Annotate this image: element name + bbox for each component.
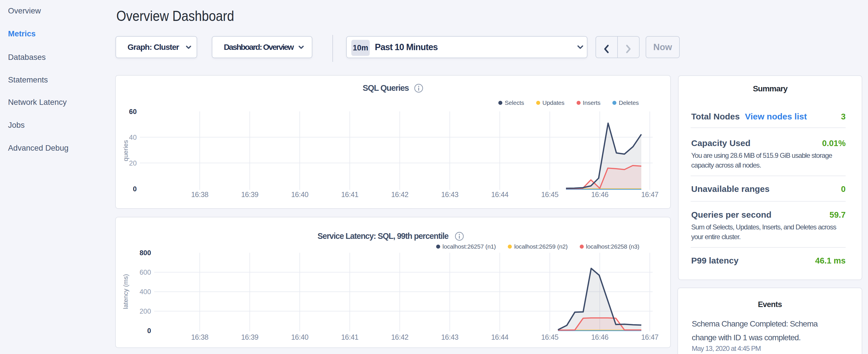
- svg-text:16:38: 16:38: [191, 190, 208, 198]
- svg-text:16:42: 16:42: [391, 190, 408, 198]
- svg-text:16:40: 16:40: [291, 333, 308, 341]
- svg-text:600: 600: [140, 268, 151, 276]
- svg-text:16:39: 16:39: [241, 190, 258, 198]
- svg-text:40: 40: [129, 133, 137, 141]
- svg-text:16:45: 16:45: [541, 333, 558, 341]
- svg-text:16:47: 16:47: [641, 190, 658, 198]
- svg-text:16:46: 16:46: [591, 190, 608, 198]
- svg-text:queries: queries: [122, 140, 129, 161]
- svg-text:200: 200: [140, 307, 151, 315]
- svg-text:16:44: 16:44: [491, 333, 509, 341]
- svg-text:16:41: 16:41: [341, 333, 358, 341]
- svg-text:16:41: 16:41: [341, 190, 358, 198]
- svg-text:16:38: 16:38: [191, 333, 208, 341]
- svg-text:20: 20: [129, 159, 137, 167]
- svg-text:16:44: 16:44: [491, 190, 509, 198]
- svg-text:16:47: 16:47: [641, 333, 658, 341]
- svg-text:16:43: 16:43: [441, 333, 458, 341]
- svg-text:16:46: 16:46: [591, 333, 608, 341]
- svg-text:16:45: 16:45: [541, 190, 558, 198]
- svg-text:0: 0: [147, 327, 151, 334]
- svg-text:16:43: 16:43: [441, 190, 458, 198]
- svg-text:400: 400: [140, 288, 151, 296]
- svg-text:16:39: 16:39: [241, 333, 258, 341]
- svg-text:latency (ms): latency (ms): [122, 274, 129, 309]
- svg-text:0: 0: [133, 185, 137, 193]
- svg-text:16:40: 16:40: [291, 190, 308, 198]
- svg-text:60: 60: [129, 108, 137, 116]
- svg-text:800: 800: [140, 249, 151, 257]
- svg-text:16:42: 16:42: [391, 333, 408, 341]
